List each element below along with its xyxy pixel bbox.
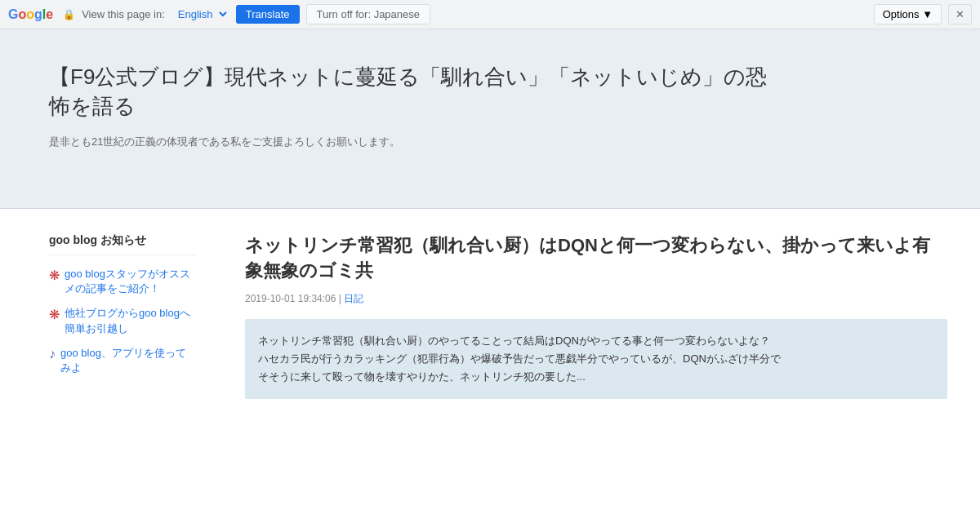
sidebar-link-2[interactable]: 他社ブログからgoo blogへ簡単お引越し [65, 306, 196, 335]
sidebar-item-1: ❋ goo blogスタッフがオススメの記事をご紹介！ [49, 267, 196, 296]
site-title: 【F9公式ブログ】現代ネットに蔓延る「馴れ合い」「ネットいじめ」の恐怖を語る [49, 62, 784, 122]
post-category[interactable]: 日記 [344, 293, 363, 304]
main-area: goo blog お知らせ ❋ goo blogスタッフがオススメの記事をご紹介… [0, 209, 980, 399]
site-header: 【F9公式ブログ】現代ネットに蔓延る「馴れ合い」「ネットいじめ」の恐怖を語る 是… [0, 29, 980, 209]
close-button[interactable]: ✕ [948, 4, 972, 24]
sidebar-title: goo blog お知らせ [49, 233, 196, 255]
post-body-line-3: そそうに来して殴って物を壊すやりかた、ネットリンチ犯の要した... [258, 368, 934, 386]
post-body: ネットリンチ常習犯（馴れ合い厨）のやってることって結局はDQNがやってる事と何一… [245, 319, 947, 399]
lock-icon: 🔒 [63, 9, 75, 20]
music-icon-3: ♪ [49, 347, 56, 361]
google-logo: Google [8, 7, 53, 22]
star-icon-1: ❋ [49, 268, 60, 283]
site-subtitle: 是非とも21世紀の正義の体現者である私をご支援よろしくお願いします。 [49, 135, 931, 149]
content-area: ネットリンチ常習犯（馴れ合い厨）はDQNと何一つ変わらない、掛かって来いよ有象無… [212, 233, 980, 399]
sidebar: goo blog お知らせ ❋ goo blogスタッフがオススメの記事をご紹介… [0, 233, 212, 399]
post-body-line-1: ネットリンチ常習犯（馴れ合い厨）のやってることって結局はDQNがやってる事と何一… [258, 332, 934, 350]
options-button[interactable]: Options ▼ [874, 4, 942, 24]
post-title: ネットリンチ常習犯（馴れ合い厨）はDQNと何一つ変わらない、掛かって来いよ有象無… [245, 233, 947, 284]
translate-button[interactable]: Translate [236, 5, 300, 24]
sidebar-link-1[interactable]: goo blogスタッフがオススメの記事をご紹介！ [65, 267, 196, 296]
post-date: 2019-10-01 19:34:06 [245, 293, 336, 304]
sidebar-item-3: ♪ goo blog、アプリを使ってみよ [49, 346, 196, 375]
sidebar-link-3[interactable]: goo blog、アプリを使ってみよ [60, 346, 196, 375]
view-this-page-label: View this page in: [82, 8, 165, 20]
translate-bar: Google 🔒 View this page in: English Tran… [0, 0, 980, 29]
language-select[interactable]: English [172, 6, 229, 23]
sidebar-item-2: ❋ 他社ブログからgoo blogへ簡単お引越し [49, 306, 196, 335]
turnoff-button[interactable]: Turn off for: Japanese [306, 4, 430, 24]
post-meta: 2019-10-01 19:34:06 | 日記 [245, 292, 947, 306]
post-body-line-2: ハセカラ民が行うカラッキング（犯罪行為）や爆破予告だって悪戯半分でやっているが、… [258, 350, 934, 368]
star-icon-2: ❋ [49, 307, 60, 322]
